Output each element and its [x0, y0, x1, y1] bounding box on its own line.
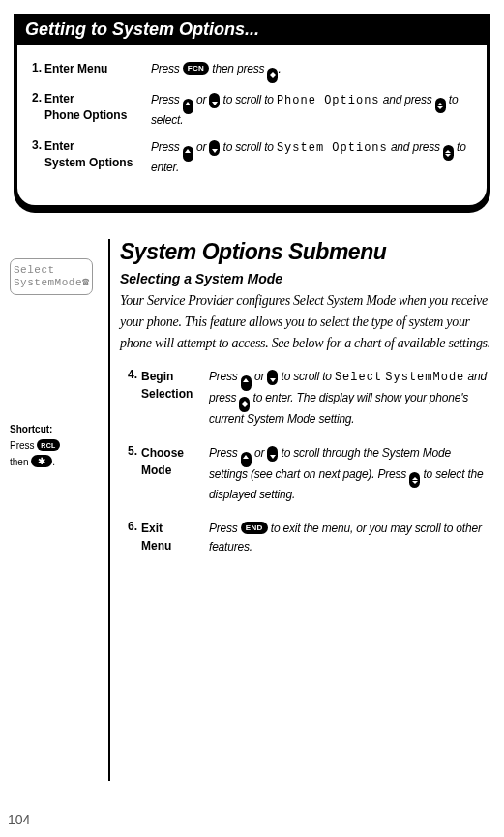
step-description: Press or to scroll to Select SystemMode … — [209, 368, 490, 429]
box-body: 1.Enter MenuPress FCN then press .2.Ente… — [17, 45, 487, 205]
up-button-icon — [183, 146, 193, 162]
step-number: 4. — [120, 368, 141, 381]
step-number: 1. — [25, 61, 44, 75]
step-number: 5. — [120, 444, 141, 458]
step-number: 6. — [120, 520, 141, 533]
updown-button-icon — [267, 68, 278, 83]
step-label: ChooseMode — [141, 444, 209, 479]
lcd-screen: Select SystemMode — [10, 258, 93, 295]
updown-button-icon — [239, 397, 250, 412]
menu-text: Phone Options — [277, 94, 380, 107]
rcl-button-icon: RCL — [37, 439, 59, 451]
up-button-icon — [241, 452, 252, 467]
step-row: 2.EnterPhone OptionsPress or to scroll t… — [25, 91, 479, 129]
box-title: Getting to System Options... — [14, 14, 490, 45]
lcd-line2: SystemMode — [14, 277, 89, 289]
step-description: Press END to exit the menu, or you may s… — [209, 520, 490, 556]
menu-text: Select — [335, 371, 382, 384]
shortcut-line1a: Press — [10, 440, 37, 451]
down-button-icon — [267, 370, 278, 385]
updown-button-icon — [443, 145, 454, 161]
right-column: System Options Submenu Selecting a Syste… — [120, 239, 490, 781]
lcd-line1: Select — [14, 264, 89, 277]
step-description: Press or to scroll to Phone Options and … — [151, 91, 479, 129]
updown-button-icon — [435, 98, 446, 113]
step-description: Press or to scroll to System Options and… — [151, 138, 479, 176]
vertical-divider — [108, 239, 110, 781]
step-description: Press FCN then press . — [151, 61, 479, 81]
shortcut-line2b: . — [52, 457, 55, 467]
shortcut-heading: Shortcut: — [10, 424, 52, 434]
step-label: ExitMenu — [141, 520, 209, 554]
left-column: Select SystemMode Shortcut: Press RCL th… — [0, 239, 108, 781]
step-row: 6.ExitMenuPress END to exit the menu, or… — [120, 520, 490, 556]
shortcut-block: Shortcut: Press RCL then ✱. — [10, 421, 108, 470]
shortcut-line2a: then — [10, 457, 31, 467]
section-subheading: Selecting a System Mode — [120, 271, 490, 286]
step-label: Enter Menu — [44, 61, 151, 77]
end-button-icon: END — [241, 522, 268, 534]
page-number: 104 — [8, 812, 30, 827]
down-button-icon — [267, 446, 278, 462]
menu-text: SystemMode — [385, 371, 464, 384]
step-row: 5.ChooseModePress or to scroll through t… — [120, 444, 490, 505]
down-button-icon — [209, 140, 220, 156]
down-button-icon — [209, 93, 220, 108]
fcn-button-icon: FCN — [183, 62, 209, 75]
step-description: Press or to scroll through the System Mo… — [209, 444, 490, 505]
getting-to-box: Getting to System Options... 1.Enter Men… — [14, 14, 490, 213]
step-row: 1.Enter MenuPress FCN then press . — [25, 61, 479, 81]
step-label: BeginSelection — [141, 368, 209, 403]
body-paragraph: Your Service Provider configures Select … — [120, 290, 490, 354]
up-button-icon — [183, 99, 193, 114]
updown-button-icon — [409, 472, 420, 488]
main-area: Select SystemMode Shortcut: Press RCL th… — [0, 239, 490, 781]
step-row: 4.BeginSelectionPress or to scroll to Se… — [120, 368, 490, 429]
section-heading: System Options Submenu — [120, 239, 490, 265]
step-label: EnterPhone Options — [44, 91, 151, 124]
menu-text: System Options — [277, 141, 388, 155]
phone-icon — [82, 277, 90, 288]
star-button-icon: ✱ — [31, 455, 52, 467]
up-button-icon — [241, 375, 252, 391]
step-number: 2. — [25, 91, 44, 105]
step-row: 3.EnterSystem OptionsPress or to scroll … — [25, 138, 479, 176]
step-label: EnterSystem Options — [44, 138, 151, 171]
step-number: 3. — [25, 138, 44, 152]
